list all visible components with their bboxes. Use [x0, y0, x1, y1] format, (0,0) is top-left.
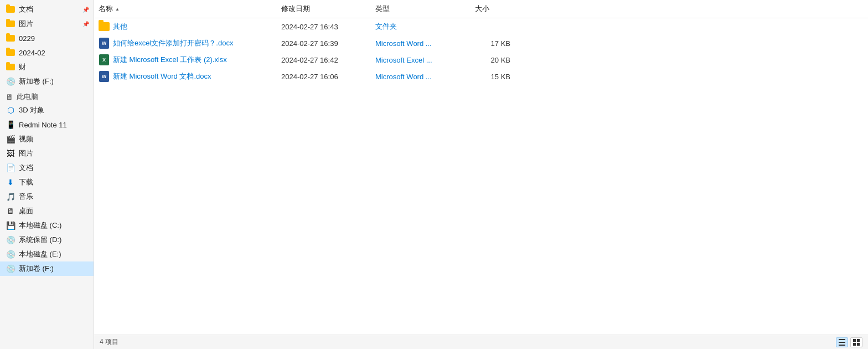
column-size-header[interactable]: 大小 [471, 2, 515, 16]
column-type-label: 类型 [375, 4, 390, 13]
sidebar-item-drive-f-top[interactable]: 💿 新加卷 (F:) [0, 74, 94, 89]
3d-icon: ⬡ [6, 105, 16, 115]
file-date-cell: 2024-02-27 16:06 [277, 71, 371, 82]
folder-icon [6, 19, 16, 29]
folder-icon [99, 21, 110, 32]
sidebar-item-label: 文档 [19, 163, 89, 173]
table-row[interactable]: X 新建 Microsoft Excel 工作表 (2).xlsx 2024-0… [94, 52, 868, 68]
file-name-cell: W 新建 Microsoft Word 文档.docx [94, 70, 277, 83]
sidebar-item-cai[interactable]: 财 [0, 60, 94, 74]
sidebar-item-0229[interactable]: 0229 [0, 31, 94, 45]
sidebar-item-downloads[interactable]: ⬇ 下载 [0, 175, 94, 189]
sidebar-item-label: 系统保留 (D:) [19, 235, 89, 245]
file-name-text: 如何给excel文件添加打开密码？.docx [113, 38, 233, 48]
video-icon: 🎬 [6, 134, 16, 144]
sidebar-item-drive-d[interactable]: 💿 系统保留 (D:) [0, 233, 94, 247]
file-date-cell: 2024-02-27 16:39 [277, 38, 371, 49]
file-name-text: 其他 [113, 22, 127, 32]
sidebar-item-label: 图片 [19, 148, 89, 158]
image-icon: 🖼 [6, 148, 16, 158]
sidebar-item-pictures[interactable]: 图片 📌 [0, 17, 94, 31]
sidebar-item-label: 图片 [19, 19, 80, 29]
sidebar-item-label: 新加卷 (F:) [19, 264, 89, 274]
sidebar-item-label: 音乐 [19, 192, 89, 202]
sidebar-item-drive-c[interactable]: 💾 本地磁盘 (C:) [0, 218, 94, 233]
sidebar-item-label: 3D 对象 [19, 105, 89, 115]
file-size-cell: 17 KB [471, 38, 515, 49]
sidebar-item-3d[interactable]: ⬡ 3D 对象 [0, 103, 94, 117]
svg-rect-5 [853, 343, 856, 346]
sidebar-item-drive-f[interactable]: 💿 新加卷 (F:) [0, 261, 94, 276]
status-bar: 4 项目 [94, 335, 868, 349]
sidebar-item-label: 本地磁盘 (C:) [19, 220, 89, 230]
column-size-label: 大小 [475, 4, 489, 13]
file-type-cell: Microsoft Word ... [371, 71, 471, 82]
sidebar-item-redmi[interactable]: 📱 Redmi Note 11 [0, 117, 94, 132]
file-list: 其他 2024-02-27 16:43 文件夹 W 如何给excel文件添加打开… [94, 18, 868, 335]
view-toggle [836, 337, 862, 347]
file-date-cell: 2024-02-27 16:43 [277, 22, 371, 32]
excel-icon: X [99, 54, 110, 65]
file-type-cell: Microsoft Excel ... [371, 55, 471, 65]
file-size-cell: 20 KB [471, 55, 515, 65]
column-name-label: 名称 [99, 4, 113, 14]
column-date-label: 修改日期 [281, 4, 310, 13]
drive-f-icon: 💿 [6, 264, 16, 274]
sidebar-item-label: 文档 [19, 4, 80, 14]
svg-rect-4 [857, 339, 860, 342]
music-icon: 🎵 [6, 192, 16, 202]
desktop-icon: 🖥 [6, 206, 16, 216]
this-pc-header: 🖥 此电脑 [0, 89, 94, 103]
column-name-header[interactable]: 名称 ▲ [94, 2, 277, 16]
sidebar-item-label: 2024-02 [19, 49, 89, 57]
drive-icon: 💿 [6, 76, 16, 86]
pin-icon: 📌 [82, 7, 89, 13]
svg-rect-2 [839, 345, 845, 346]
svg-rect-1 [839, 342, 845, 343]
file-date-cell: 2024-02-27 16:42 [277, 55, 371, 65]
svg-rect-0 [839, 339, 845, 340]
sidebar-item-2024-02[interactable]: 2024-02 [0, 45, 94, 60]
sidebar-item-docs[interactable]: 文档 📌 [0, 2, 94, 17]
folder-icon [6, 33, 16, 43]
folder-icon [6, 48, 16, 58]
sidebar-item-label: 视频 [19, 134, 89, 144]
file-name-cell: 其他 [94, 20, 277, 33]
file-name-cell: W 如何给excel文件添加打开密码？.docx [94, 37, 277, 50]
sidebar-item-video[interactable]: 🎬 视频 [0, 132, 94, 146]
word-icon: W [99, 38, 110, 49]
sidebar-scroll-area: 文档 📌 图片 📌 0229 2024-02 财 [0, 0, 94, 349]
sidebar-item-label: 桌面 [19, 206, 89, 216]
table-row[interactable]: W 如何给excel文件添加打开密码？.docx 2024-02-27 16:3… [94, 35, 868, 52]
sidebar-item-desktop[interactable]: 🖥 桌面 [0, 204, 94, 218]
drive-e-icon: 💿 [6, 249, 16, 259]
document-icon: 📄 [6, 163, 16, 173]
file-name-text: 新建 Microsoft Word 文档.docx [113, 71, 211, 81]
file-size-cell [471, 25, 515, 28]
file-column-header: 名称 ▲ 修改日期 类型 大小 [94, 0, 868, 18]
table-row[interactable]: 其他 2024-02-27 16:43 文件夹 [94, 18, 868, 35]
large-icon-view-button[interactable] [850, 337, 862, 347]
sidebar-item-label: 本地磁盘 (E:) [19, 249, 89, 259]
file-name-text: 新建 Microsoft Excel 工作表 (2).xlsx [113, 55, 227, 65]
sidebar-item-label: 新加卷 (F:) [19, 76, 89, 86]
download-icon: ⬇ [6, 177, 16, 187]
column-date-header[interactable]: 修改日期 [277, 2, 371, 16]
detail-view-button[interactable] [836, 337, 848, 347]
table-row[interactable]: W 新建 Microsoft Word 文档.docx 2024-02-27 1… [94, 68, 868, 85]
svg-rect-6 [857, 343, 860, 346]
sidebar-item-label: 下载 [19, 177, 89, 187]
item-count: 4 项目 [100, 337, 118, 347]
word-icon: W [99, 71, 110, 82]
column-type-header[interactable]: 类型 [371, 2, 471, 16]
sidebar-item-document[interactable]: 📄 文档 [0, 161, 94, 175]
sidebar-item-label: 0229 [19, 34, 89, 43]
sidebar-item-image[interactable]: 🖼 图片 [0, 146, 94, 161]
sidebar-item-music[interactable]: 🎵 音乐 [0, 189, 94, 204]
file-name-cell: X 新建 Microsoft Excel 工作表 (2).xlsx [94, 53, 277, 66]
drive-d-icon: 💿 [6, 235, 16, 245]
this-pc-label: 此电脑 [17, 92, 38, 102]
sidebar-item-drive-e[interactable]: 💿 本地磁盘 (E:) [0, 247, 94, 261]
sidebar-item-label: Redmi Note 11 [19, 121, 89, 129]
main-content: 名称 ▲ 修改日期 类型 大小 其他 2024-02-27 16:43 文件夹 [94, 0, 868, 349]
